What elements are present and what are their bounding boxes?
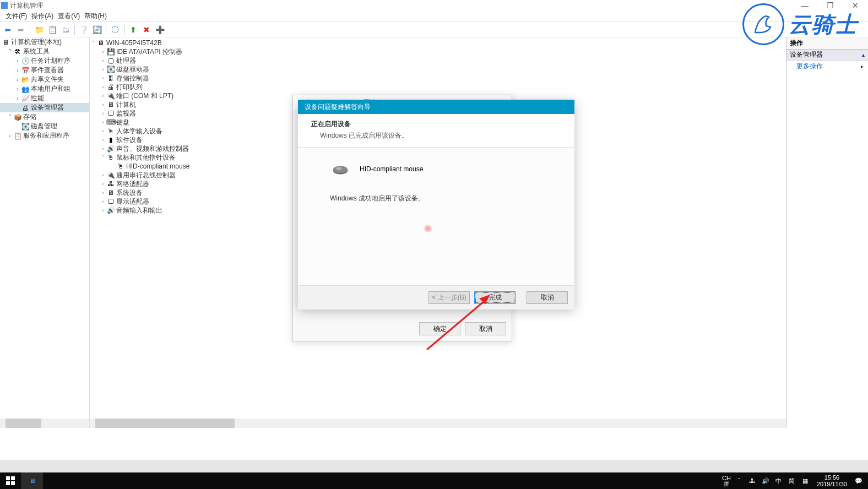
expand-icon[interactable]: ›	[7, 133, 13, 139]
scan-icon[interactable]: ⬆	[128, 24, 139, 35]
expand-icon[interactable]: ›	[14, 58, 21, 64]
wizard-status-message: Windows 成功地启用了该设备。	[320, 194, 552, 203]
network-icon: 🖧	[106, 180, 115, 188]
disk-icon: 💽	[106, 66, 115, 73]
menu-view[interactable]: 查看(V)	[58, 12, 80, 21]
expand-icon[interactable]: ›	[100, 190, 106, 195]
separator	[30, 25, 30, 35]
properties-icon[interactable]: 🗂	[60, 24, 71, 35]
expand-icon[interactable]: ›	[100, 84, 106, 90]
menubar: 文件(F) 操作(A) 查看(V) 帮助(H)	[0, 11, 868, 22]
ok-button[interactable]: 确定	[419, 322, 460, 335]
expand-icon[interactable]: ›	[14, 86, 21, 92]
expand-icon[interactable]: ›	[100, 111, 106, 116]
device-processor[interactable]: ›▢处理器	[90, 56, 786, 65]
help-icon[interactable]: ❔	[78, 24, 89, 35]
expand-icon[interactable]: ›	[100, 128, 106, 134]
expand-icon[interactable]: ›	[14, 95, 21, 101]
back-button[interactable]: < 上一步(B)	[428, 291, 470, 304]
device-disk-drives[interactable]: ›💽磁盘驱动器	[90, 65, 786, 74]
tree-disk-management[interactable]: 💽 磁盘管理	[0, 122, 89, 131]
taskbar-app-computer-management[interactable]: 🖥	[21, 472, 43, 489]
collapse-icon[interactable]: ˅	[7, 48, 13, 55]
keyboard-icon: ⌨	[106, 118, 115, 126]
toolbar: ⬅ ➡ 📁 📋 🗂 ❔ 🔄 🖵 ⬆ ✖ ➕	[0, 22, 868, 37]
tree-event-viewer[interactable]: › 📅 事件查看器	[0, 66, 89, 75]
device-storage-controllers[interactable]: ›🎛存储控制器	[90, 74, 786, 83]
expand-icon[interactable]: ›	[100, 75, 106, 81]
folder-icon[interactable]: 📁	[34, 24, 45, 35]
tree-device-manager[interactable]: 🖨 设备管理器	[0, 103, 89, 112]
expand-icon[interactable]: ›	[100, 49, 106, 55]
expand-icon[interactable]: ›	[100, 137, 106, 143]
list-icon[interactable]: 📋	[47, 24, 58, 35]
network-icon[interactable]: 🖧	[747, 477, 757, 484]
forward-icon[interactable]: ➡	[15, 24, 26, 35]
expand-icon[interactable]: ›	[100, 67, 106, 72]
wizard-subheading: Windows 已完成启用该设备。	[311, 131, 566, 140]
disable-icon[interactable]: ✖	[141, 24, 152, 35]
start-button[interactable]	[0, 472, 21, 489]
computer-icon: 🖥	[106, 101, 115, 108]
tree-local-users[interactable]: › 👥 本地用户和组	[0, 84, 89, 94]
expand-icon[interactable]: ›	[14, 77, 21, 83]
collapse-icon[interactable]: ˅	[100, 155, 106, 160]
enable-icon[interactable]: ➕	[154, 24, 165, 35]
expand-icon[interactable]: ›	[100, 102, 106, 107]
collapse-icon[interactable]: ˅	[7, 114, 13, 120]
device-icon: 🖨	[21, 104, 30, 112]
window-title: 计算机管理	[10, 1, 792, 10]
expand-icon[interactable]: ›	[100, 208, 106, 213]
hscrollbar-left[interactable]	[0, 419, 90, 428]
refresh-icon[interactable]: 🔄	[91, 24, 102, 35]
perf-icon: 📈	[21, 95, 30, 102]
share-icon: 📂	[21, 76, 30, 84]
monitor-icon[interactable]: 🖵	[110, 24, 121, 35]
ime-lang-label[interactable]: CH	[722, 475, 731, 481]
svg-rect-7	[6, 481, 10, 485]
taskbar-clock[interactable]: 15:56 2019/11/30	[813, 474, 850, 487]
actions-category[interactable]: 设备管理器 ▴	[786, 50, 868, 61]
expand-icon[interactable]: ›	[100, 181, 106, 187]
device-display-row: HID-compliant mouse	[320, 161, 552, 177]
menu-action[interactable]: 操作(A)	[31, 12, 53, 21]
expand-icon[interactable]: ›	[100, 199, 106, 204]
device-print-queues[interactable]: ›🖨打印队列	[90, 83, 786, 91]
finish-button[interactable]: 完成	[474, 291, 516, 304]
expand-icon[interactable]: ›	[100, 93, 106, 99]
keyboard-layout-icon[interactable]: ▦	[800, 477, 810, 485]
expand-icon[interactable]: ›	[14, 67, 21, 73]
tree-performance[interactable]: › 📈 性能	[0, 94, 89, 103]
volume-icon[interactable]: 🔊	[761, 477, 771, 485]
device-ide-ata[interactable]: ›💾IDE ATA/ATAPI 控制器	[90, 47, 786, 56]
tree-task-scheduler[interactable]: › 🕒 任务计划程序	[0, 56, 89, 66]
device-tree-root[interactable]: ˅ 🖥 WIN-405P4I5T42B	[90, 39, 786, 47]
tree-root-computer-management[interactable]: 🖥 计算机管理(本地)	[0, 37, 89, 47]
expand-icon[interactable]: ›	[100, 58, 106, 63]
wizard-heading: 正在启用设备	[311, 119, 566, 129]
tray-chevron-up-icon[interactable]: ˆ	[734, 477, 744, 484]
menu-file[interactable]: 文件(F)	[6, 12, 27, 21]
watermark-logo: 云骑士	[742, 3, 858, 45]
ime-mode-icon[interactable]: 中	[774, 477, 784, 485]
actions-panel: 操作 设备管理器 ▴ 更多操作 ▸	[786, 37, 868, 419]
collapse-icon[interactable]: ˅	[90, 40, 96, 46]
cancel-button[interactable]: 取消	[527, 291, 568, 304]
menu-help[interactable]: 帮助(H)	[84, 12, 107, 21]
expand-icon[interactable]: ›	[100, 172, 106, 178]
separator	[106, 25, 106, 35]
cancel-button[interactable]: 取消	[465, 322, 506, 335]
more-actions-menu[interactable]: 更多操作 ▸	[786, 61, 868, 72]
expand-icon[interactable]: ›	[100, 119, 106, 125]
event-icon: 📅	[21, 67, 30, 74]
ime-shape-icon[interactable]: 简	[787, 477, 797, 485]
tree-services-apps[interactable]: › 📋 服务和应用程序	[0, 131, 89, 140]
notification-icon[interactable]: 💬	[854, 477, 864, 485]
tree-system-tools[interactable]: ˅ 🛠 系统工具	[0, 47, 89, 56]
expand-icon[interactable]: ›	[100, 146, 106, 151]
hscrollbar-center[interactable]	[90, 419, 786, 428]
back-icon[interactable]: ⬅	[2, 24, 13, 35]
tree-shared-folders[interactable]: › 📂 共享文件夹	[0, 75, 89, 84]
tree-storage[interactable]: ˅ 📦 存储	[0, 112, 89, 122]
ime-sub-label[interactable]: 拼	[722, 481, 731, 487]
